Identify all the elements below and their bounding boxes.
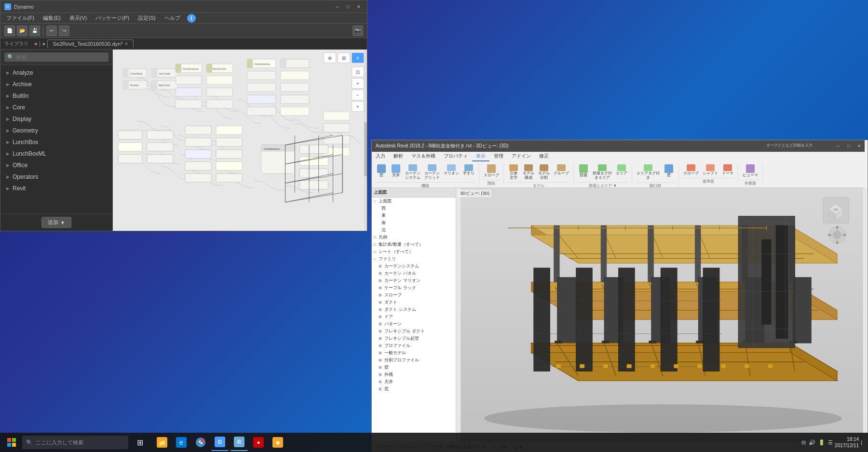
- ribbon-btn-handrail[interactable]: 手すり: [461, 163, 476, 181]
- tree-item[interactable]: □ シート（すべて）: [372, 248, 456, 255]
- tree-item[interactable]: 南: [372, 219, 456, 226]
- zoom-out-button[interactable]: −: [352, 90, 364, 100]
- menu-help[interactable]: ヘルプ: [161, 13, 184, 23]
- tab-close-icon[interactable]: ✕: [124, 41, 128, 46]
- menu-settings[interactable]: 設定(S): [134, 13, 160, 23]
- scrollbar-vertical[interactable]: [364, 50, 367, 231]
- tree-item[interactable]: ⊞ ドア: [372, 313, 456, 320]
- redo-button[interactable]: ↪: [59, 26, 69, 36]
- fit-screen-button[interactable]: ⊡: [352, 66, 364, 77]
- tree-item[interactable]: ⊞ カーテン マリオン: [372, 277, 456, 284]
- sidebar-item-geometry[interactable]: ▶ Geometry: [0, 125, 112, 136]
- taskbar-app-dynamo[interactable]: D: [211, 434, 229, 451]
- tree-item[interactable]: − 上面図: [372, 198, 456, 205]
- tree-item[interactable]: 西: [372, 205, 456, 212]
- menu-package[interactable]: パッケージ(P): [92, 13, 133, 23]
- tree-item[interactable]: ⊞ 壁: [372, 364, 456, 371]
- tree-item[interactable]: ⊞ ダクト システム: [372, 306, 456, 313]
- tree-item[interactable]: ⊞ 一般モデル: [372, 349, 456, 357]
- scrollbar-thumb[interactable]: [364, 122, 367, 176]
- zoom-reset-button[interactable]: +: [352, 101, 364, 112]
- add-button[interactable]: 追加 ▼: [41, 217, 72, 228]
- tree-item[interactable]: ⊞ プロファイル: [372, 342, 456, 349]
- volume-icon[interactable]: 🔊: [809, 439, 815, 446]
- menu-file[interactable]: ファイル(F): [2, 13, 38, 23]
- tab-mass-exterior[interactable]: マス＆外構: [407, 152, 439, 161]
- maximize-button[interactable]: □: [344, 3, 353, 10]
- search-input-wrap[interactable]: 🔍: [4, 53, 108, 62]
- menu-view[interactable]: 表示(V): [66, 13, 91, 23]
- tree-item[interactable]: ⊞ カーテンシステム: [372, 263, 456, 270]
- tree-item[interactable]: ⊞ フレキシブル起管: [372, 335, 456, 342]
- toggle-icon[interactable]: ≡: [352, 53, 364, 63]
- tree-item[interactable]: ⊞ フレキシブル ダクト: [372, 328, 456, 335]
- ribbon-btn-mullion[interactable]: マリオン: [442, 163, 461, 181]
- tab-modify[interactable]: 修正: [535, 152, 553, 161]
- ribbon-btn-slope[interactable]: スロープ: [482, 163, 501, 179]
- ribbon-btn-model-config[interactable]: モデル構成: [521, 163, 536, 181]
- tree-item[interactable]: ⊞ カーテン パネル: [372, 270, 456, 277]
- ribbon-btn-area[interactable]: エリア: [614, 163, 629, 181]
- taskbar-app-edge[interactable]: e: [173, 434, 190, 451]
- taskbar-app-explorer[interactable]: 📁: [153, 434, 171, 451]
- ribbon-btn-model-split[interactable]: モデル分割: [537, 163, 551, 181]
- tree-item[interactable]: 北: [372, 226, 456, 234]
- taskbar-clock[interactable]: 18:14 2017/12/11: [835, 436, 859, 449]
- ribbon-btn-area-tag[interactable]: エリアタグ付き: [635, 163, 661, 181]
- ribbon-btn-viewplane[interactable]: ビューマ: [741, 163, 760, 179]
- tree-item[interactable]: ⊞ 天井: [372, 378, 456, 386]
- tree-item[interactable]: □ 集計表/数量（すべて）: [372, 241, 456, 248]
- sidebar-item-analyze[interactable]: ▶ Analyze: [0, 67, 112, 79]
- zoom-in-button[interactable]: +: [352, 78, 364, 89]
- ribbon-btn-room-tag[interactable]: 部屋タグ付きエリア: [591, 163, 613, 181]
- sidebar-item-display[interactable]: ▶ Display: [0, 113, 112, 125]
- task-view-button[interactable]: ⊞: [131, 434, 149, 451]
- taskbar-app-other1[interactable]: ●: [250, 434, 267, 451]
- nav-next-prev[interactable]: │: [39, 41, 41, 46]
- ribbon-btn-room[interactable]: 部屋: [577, 163, 590, 181]
- tree-item[interactable]: − ファミリ: [372, 255, 456, 263]
- tree-item[interactable]: ⊞ ダクト: [372, 299, 456, 306]
- tab-manage[interactable]: 管理: [490, 152, 507, 161]
- revit-3d-viewport[interactable]: TOP 3Dビュー: (3D): [456, 188, 868, 442]
- ribbon-btn-ceiling[interactable]: 天井: [389, 163, 403, 181]
- open-button[interactable]: 📂: [17, 26, 27, 36]
- taskbar-search[interactable]: 🔍 ここに入力して検索: [22, 436, 128, 449]
- tree-item[interactable]: □ 凡例: [372, 234, 456, 241]
- ribbon-btn-3dtext[interactable]: 立体文字: [507, 163, 520, 181]
- search-input[interactable]: [16, 54, 106, 60]
- sidebar-item-office[interactable]: ▶ Office: [0, 160, 112, 171]
- tab-input[interactable]: 入力: [372, 152, 389, 161]
- ribbon-btn-group[interactable]: グループ: [552, 163, 570, 181]
- sidebar-item-core[interactable]: ▶ Core: [0, 102, 112, 113]
- help-info-icon[interactable]: ℹ: [187, 14, 196, 23]
- action-center-icon[interactable]: ☰: [828, 439, 833, 446]
- sidebar-item-operators[interactable]: ▶ Operators: [0, 171, 112, 183]
- sidebar-item-lunchbox[interactable]: ▶ LunchBox: [0, 136, 112, 148]
- tree-item[interactable]: ⊞ 窓: [372, 386, 456, 393]
- taskbar-app-revit[interactable]: R: [231, 434, 248, 451]
- start-button[interactable]: [2, 435, 21, 450]
- camera-button[interactable]: 📷: [353, 26, 363, 36]
- ribbon-btn-curtain-sys[interactable]: カーテンシステム: [404, 163, 422, 181]
- taskbar-app-chrome[interactable]: [192, 434, 209, 451]
- tab-addin[interactable]: アドイン: [508, 152, 535, 161]
- revit-maximize[interactable]: □: [844, 143, 853, 149]
- ribbon-btn-wall2[interactable]: 壁: [662, 163, 676, 181]
- revit-tree-panel[interactable]: 上面図 − 上面図 西 東 南 北 □ 凡例 □: [372, 188, 456, 442]
- undo-button[interactable]: ↩: [46, 26, 57, 36]
- ribbon-btn-dormer[interactable]: ドーマ: [720, 163, 735, 177]
- ribbon-btn-datum-slope[interactable]: スロープ: [682, 163, 700, 177]
- tree-item[interactable]: ⊞ スロープ: [372, 292, 456, 299]
- tree-item[interactable]: ⊞ 外構: [372, 371, 456, 378]
- dynamo-canvas[interactable]: Code Block List.Create Number Math.Floor: [113, 50, 367, 231]
- tree-item[interactable]: ⊞ 分割プロファイル: [372, 357, 456, 364]
- taskbar-app-other2[interactable]: ◆: [269, 434, 286, 451]
- fit-view-icon[interactable]: ⊕: [324, 53, 336, 63]
- tree-item[interactable]: ⊞ パターン: [372, 320, 456, 328]
- sidebar-item-builtin[interactable]: ▶ BuiltIn: [0, 90, 112, 102]
- tree-item[interactable]: 東: [372, 212, 456, 219]
- save-button[interactable]: 💾: [29, 26, 40, 36]
- close-button[interactable]: ✕: [354, 3, 363, 10]
- tab-view[interactable]: 表示: [472, 152, 489, 161]
